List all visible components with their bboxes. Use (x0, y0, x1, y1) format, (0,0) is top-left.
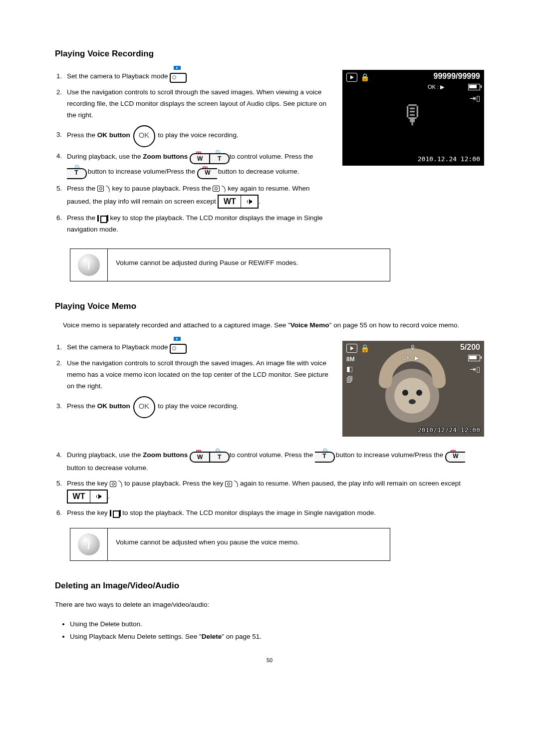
ok-button-label: OK button (97, 131, 130, 138)
heading-voice-memo: Playing Voice Memo (55, 301, 484, 311)
section-voice-recording: Set the camera to Playback mode . Use th… (55, 68, 484, 240)
section-voice-memo: Set the camera to Playback mode . Use th… (55, 339, 484, 437)
lock-icon: 🔒 (360, 73, 370, 82)
text: Press the key (67, 509, 110, 516)
note-voice-memo: Volume cannot be adjusted when you pause… (70, 528, 390, 561)
wt-speaker-icon: WT🕩 (67, 490, 108, 504)
text: to pause playback. Press the key (124, 480, 225, 487)
microphone-icon: 🎙 (400, 100, 426, 130)
zoom-buttons-label: Zoom buttons (143, 152, 188, 160)
voice-memo-steps-cont: During playback, use the Zoom buttons WT… (64, 448, 484, 519)
text: Set the camera to Playback mode (67, 72, 170, 80)
text: Using Playback Menu Delete settings. See… (70, 633, 202, 640)
zoom-buttons-label: Zoom buttons (143, 451, 188, 459)
vm-step-5: Press the key to pause playback. Press t… (64, 478, 484, 504)
text: Press the (67, 185, 97, 192)
play-pause-key-icon (213, 185, 226, 193)
ok-button-label: OK button (97, 402, 130, 410)
text: key to pause playback. Press the (112, 185, 213, 192)
playback-mode-icon (170, 70, 185, 83)
playback-icon (346, 73, 357, 82)
page-number: 50 (55, 657, 484, 663)
zoom-w-icon: W (191, 453, 209, 462)
text: to stop the playback. The LCD monitor di… (122, 509, 376, 516)
text: Press the (67, 214, 97, 222)
vr-step-5: Press the key to pause playback. Press t… (64, 183, 328, 209)
heading-deleting: Deleting an Image/Video/Audio (55, 581, 484, 591)
text: button to increase volume/Press the (336, 451, 445, 459)
text: button to decrease volume. (218, 167, 299, 175)
card-icon: ⇥▯ (470, 365, 480, 374)
note-voice-recording: Volume cannot be adjusted during Pause o… (70, 249, 390, 281)
info-icon (70, 528, 108, 560)
text: to play the voice recording. (158, 402, 238, 410)
ok-button-icon: OK (133, 396, 155, 418)
text: Set the camera to Playback mode (67, 343, 170, 351)
ok-button-icon: OK (133, 125, 155, 147)
text: During playback, use the (67, 152, 143, 160)
text: button to decrease volume. (67, 464, 148, 472)
quality-icon: ◧ (346, 365, 353, 373)
text: . (259, 197, 261, 205)
vr-step-1: Set the camera to Playback mode . (64, 70, 328, 83)
battery-icon (468, 355, 480, 361)
text: " on page 51. (222, 633, 262, 640)
text: to control volume. Press the (230, 152, 313, 160)
vr-step-2: Use the navigation controls to scroll th… (64, 87, 328, 121)
voice-memo-steps: Set the camera to Playback mode . Use th… (55, 339, 328, 437)
delete-ref: Delete (202, 633, 222, 640)
info-icon (70, 249, 108, 281)
text: Voice memo is separately recorded and at… (63, 321, 290, 329)
note-text: Volume cannot be adjusted when you pause… (108, 528, 390, 560)
copy-icon: 🗐 (346, 376, 353, 384)
text: Press the (67, 131, 97, 138)
playback-icon (346, 344, 357, 353)
card-icon: ⇥▯ (470, 94, 480, 103)
text: " on page 55 on how to record voice memo… (329, 321, 460, 329)
size-badge: 8M (346, 356, 355, 363)
vr-step-3: Press the OK button OK to play the voice… (64, 125, 328, 145)
zoom-t-icon: T (209, 154, 229, 163)
lcd-voice-recording: 🔒 99999/99999 OK : ▶ ⇥▯ 🎙 2010.12.24 12:… (342, 70, 484, 166)
text: to control volume. Press the (230, 451, 315, 459)
vm-step-3: Press the OK button OK to play the voice… (64, 396, 328, 416)
play-pause-key-icon (97, 185, 110, 193)
text: During playback, use the (67, 451, 143, 459)
vm-step-2: Use the navigation controls to scroll th… (64, 358, 328, 392)
wt-speaker-icon: WT🕩 (218, 195, 259, 209)
zoom-buttons-icon: WT (190, 448, 228, 463)
lcd-counter: 5/200 (460, 343, 480, 352)
voice-memo-icon: 🎙 (410, 344, 417, 352)
lcd-datetime: 2010.12.24 12:00 (418, 155, 480, 163)
text: . (108, 493, 110, 500)
vm-step-1: Set the camera to Playback mode . (64, 341, 328, 354)
lcd-datetime: 2010/12/24 12:00 (418, 426, 480, 434)
zoom-increase-icon: T (315, 448, 334, 463)
text: to play the voice recording. (158, 131, 238, 138)
play-pause-key-icon (225, 480, 238, 488)
voice-memo-ref: Voice Memo (290, 321, 329, 329)
voice-recording-steps: Set the camera to Playback mode . Use th… (55, 68, 328, 240)
zoom-t-icon: T (209, 453, 229, 462)
heading-voice-recording: Playing Voice Recording (55, 49, 484, 59)
play-pause-key-icon (110, 480, 123, 488)
zoom-buttons-icon: WT (190, 149, 228, 164)
stop-key-icon (110, 509, 121, 517)
lcd-top-left-icons: 🔒 (346, 344, 370, 353)
battery-icon (468, 84, 480, 90)
text: again to resume. When paused, the play i… (240, 480, 461, 487)
zoom-decrease-icon: W (445, 448, 464, 463)
text: button to increase volume/Press the (88, 167, 197, 175)
vm-step-6: Press the key to stop the playback. The … (64, 507, 484, 519)
stop-key-icon (97, 215, 108, 222)
delete-method-2: Using Playback Menu Delete settings. See… (70, 631, 484, 642)
lcd-ok-hint: OK : ▶ (402, 355, 419, 361)
vr-step-6: Press the key to stop the playback. The … (64, 213, 328, 236)
vr-step-4: During playback, use the Zoom buttons WT… (64, 149, 328, 179)
zoom-increase-icon: T (67, 164, 86, 179)
lcd-top-left-icons: 🔒 (346, 73, 370, 82)
deleting-intro: There are two ways to delete an image/vi… (55, 600, 484, 610)
zoom-w-icon: W (191, 154, 209, 163)
note-text: Volume cannot be adjusted during Pause o… (108, 249, 390, 281)
text: Press the key (67, 480, 110, 487)
